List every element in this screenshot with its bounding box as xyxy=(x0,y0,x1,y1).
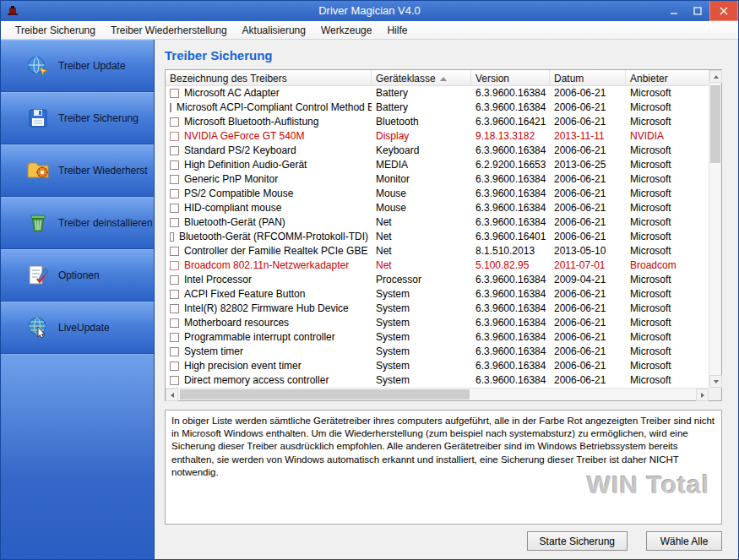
table-row[interactable]: Microsoft ACPI-Compliant Control Method … xyxy=(166,101,709,115)
driver-table: Bezeichnung des Treibers Geräteklasse Ve… xyxy=(165,69,722,401)
table-row[interactable]: Intel(R) 82802 Firmware Hub DeviceSystem… xyxy=(166,302,709,316)
column-header-bezeichnung[interactable]: Bezeichnung des Treibers xyxy=(166,70,372,85)
row-checkbox[interactable] xyxy=(170,318,179,328)
row-checkbox[interactable] xyxy=(170,218,179,227)
button-row: Starte Sicherung Wähle Alle xyxy=(165,531,722,551)
row-checkbox[interactable] xyxy=(170,247,179,256)
close-button[interactable] xyxy=(709,1,738,21)
driver-version: 6.3.9600.16384 xyxy=(471,201,550,215)
driver-name: Programmable interrupt controller xyxy=(184,330,335,345)
horizontal-scroll-thumb[interactable] xyxy=(180,389,470,400)
table-row[interactable]: Direct memory access controllerSystem6.3… xyxy=(166,373,709,388)
sidebar-item-treiber-wiederherst[interactable]: Treiber Wiederherst xyxy=(1,144,154,197)
menu-item-aktualisierung[interactable]: Aktualisierung xyxy=(235,21,313,40)
table-row[interactable]: Controller der Familie Realtek PCIe GBEN… xyxy=(166,244,709,258)
column-header-anbieter[interactable]: Anbieter xyxy=(626,70,709,85)
driver-date: 2006-06-21 xyxy=(550,359,626,373)
menu-item-treiber-wiederherstellung[interactable]: Treiber Wiederherstellung xyxy=(103,21,235,40)
driver-vendor: Broadcom xyxy=(626,258,709,273)
driver-date: 2006-06-21 xyxy=(550,287,626,302)
table-row[interactable]: PS/2 Compatible MouseMouse6.3.9600.16384… xyxy=(166,187,709,201)
sidebar-item-optionen[interactable]: Optionen xyxy=(1,249,154,302)
table-row[interactable]: System timerSystem6.3.9600.163842006-06-… xyxy=(166,345,709,359)
table-row[interactable]: Broadcom 802.11n-NetzwerkadapterNet5.100… xyxy=(166,258,709,273)
row-checkbox[interactable] xyxy=(170,333,179,342)
table-row[interactable]: Programmable interrupt controllerSystem6… xyxy=(166,330,709,345)
row-checkbox[interactable] xyxy=(170,347,179,356)
select-all-button[interactable]: Wähle Alle xyxy=(646,531,722,551)
driver-version: 6.3.9600.16384 xyxy=(471,302,550,316)
table-row[interactable]: Motherboard resourcesSystem6.3.9600.1638… xyxy=(166,316,709,330)
table-row[interactable]: Bluetooth-Gerät (PAN)Net6.3.9600.1638420… xyxy=(166,215,709,230)
maximize-button[interactable] xyxy=(686,1,709,21)
menu-item-hilfe[interactable]: Hilfe xyxy=(379,21,415,40)
row-checkbox[interactable] xyxy=(170,132,179,141)
scroll-down-button[interactable] xyxy=(709,375,722,388)
driver-vendor: Microsoft xyxy=(626,215,709,230)
row-checkbox[interactable] xyxy=(170,175,179,184)
driver-name: Broadcom 802.11n-Netzwerkadapter xyxy=(184,258,349,273)
horizontal-scroll-track[interactable] xyxy=(178,389,696,400)
row-checkbox[interactable] xyxy=(170,362,179,371)
driver-date: 2006-06-21 xyxy=(550,115,626,129)
table-row[interactable]: NVIDIA GeForce GT 540MDisplay9.18.13.318… xyxy=(166,129,709,144)
table-row[interactable]: Bluetooth-Gerät (RFCOMM-Protokoll-TDI)Ne… xyxy=(166,230,709,244)
driver-name: Generic PnP Monitor xyxy=(184,172,278,187)
row-checkbox[interactable] xyxy=(170,275,179,285)
start-backup-button[interactable]: Starte Sicherung xyxy=(527,531,628,551)
column-header-geraeteklasse[interactable]: Geräteklasse xyxy=(372,70,471,85)
table-row[interactable]: Generic PnP MonitorMonitor6.3.9600.16384… xyxy=(166,172,709,187)
table-row[interactable]: Intel ProcessorProcessor6.3.9600.1638420… xyxy=(166,273,709,287)
driver-date: 2011-07-01 xyxy=(550,258,626,273)
minimize-button[interactable] xyxy=(662,1,686,21)
driver-name-cell: Bluetooth-Gerät (PAN) xyxy=(166,215,372,230)
vertical-scroll-track[interactable] xyxy=(709,83,721,375)
vertical-scroll-thumb[interactable] xyxy=(710,85,720,163)
driver-vendor: Microsoft xyxy=(626,330,709,345)
table-row[interactable]: HID-compliant mouseMouse6.3.9600.1638420… xyxy=(166,201,709,215)
scroll-up-button[interactable] xyxy=(709,70,722,83)
table-row[interactable]: High Definition Audio-GerätMEDIA6.2.9200… xyxy=(166,158,709,172)
row-checkbox[interactable] xyxy=(170,89,179,98)
row-checkbox[interactable] xyxy=(170,189,179,198)
menu-item-treiber-sicherung[interactable]: Treiber Sicherung xyxy=(8,21,103,40)
row-checkbox[interactable] xyxy=(170,290,179,299)
scroll-left-button[interactable] xyxy=(166,389,178,401)
driver-date: 2006-06-21 xyxy=(550,373,626,388)
vertical-scrollbar[interactable] xyxy=(709,70,721,388)
row-checkbox[interactable] xyxy=(170,232,174,242)
driver-version: 6.3.9600.16384 xyxy=(471,144,550,158)
row-checkbox[interactable] xyxy=(170,103,171,112)
row-checkbox[interactable] xyxy=(170,376,179,385)
sidebar-item-liveupdate[interactable]: LiveUpdate xyxy=(1,302,154,354)
backup-disk-icon xyxy=(26,106,50,130)
horizontal-scrollbar[interactable] xyxy=(166,388,709,400)
sidebar-item-treiber-sicherung[interactable]: Treiber Sicherung xyxy=(1,92,154,144)
table-row[interactable]: Standard PS/2 KeyboardKeyboard6.3.9600.1… xyxy=(166,144,709,158)
driver-name: Intel Processor xyxy=(184,273,252,287)
row-checkbox[interactable] xyxy=(170,261,179,270)
table-row[interactable]: High precision event timerSystem6.3.9600… xyxy=(166,359,709,373)
row-checkbox[interactable] xyxy=(170,204,179,213)
table-row[interactable]: ACPI Fixed Feature ButtonSystem6.3.9600.… xyxy=(166,287,709,302)
driver-version: 6.3.9600.16421 xyxy=(471,115,550,129)
driver-name-cell: Standard PS/2 Keyboard xyxy=(166,144,372,158)
driver-date: 2006-06-21 xyxy=(550,201,626,215)
row-checkbox[interactable] xyxy=(170,117,179,127)
row-checkbox[interactable] xyxy=(170,160,179,170)
main-panel: Treiber Sicherung Bezeichnung des Treibe… xyxy=(155,40,738,559)
sidebar: Treiber Update Treiber Sicherung xyxy=(1,40,155,559)
scroll-right-button[interactable] xyxy=(696,389,709,401)
sidebar-item-treiber-deinstallieren[interactable]: Treiber deinstallieren xyxy=(1,197,154,249)
row-checkbox[interactable] xyxy=(170,146,179,155)
column-header-version[interactable]: Version xyxy=(471,70,550,85)
sidebar-item-treiber-update[interactable]: Treiber Update xyxy=(1,40,154,92)
table-row[interactable]: Microsoft AC AdapterBattery6.3.9600.1638… xyxy=(166,86,709,101)
table-row[interactable]: Microsoft Bluetooth-AuflistungBluetooth6… xyxy=(166,115,709,129)
driver-version: 6.3.9600.16384 xyxy=(471,330,550,345)
menu-item-werkzeuge[interactable]: Werkzeuge xyxy=(313,21,379,40)
column-header-datum[interactable]: Datum xyxy=(550,70,626,85)
driver-date: 2013-11-11 xyxy=(550,129,626,144)
row-checkbox[interactable] xyxy=(170,304,179,313)
driver-version: 6.3.9600.16384 xyxy=(471,101,550,115)
